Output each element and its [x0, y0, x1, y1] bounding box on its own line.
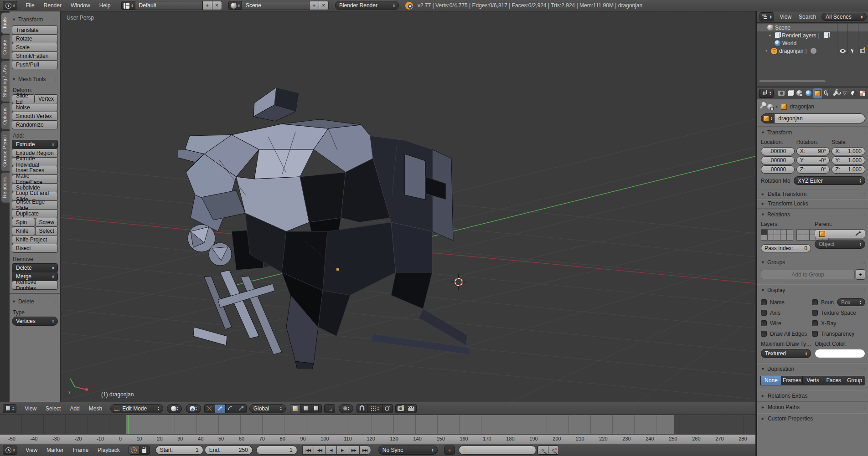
add-to-group-button[interactable]: Add to Group [761, 270, 855, 279]
snap-toggle-button[interactable] [356, 404, 367, 413]
tab-modifiers[interactable] [832, 88, 840, 98]
checkbox[interactable] [812, 310, 818, 316]
pass-index-field[interactable]: Pass Index:0 [761, 244, 811, 252]
tool-button[interactable]: Vertex [35, 94, 58, 103]
tool-button[interactable]: Spin [12, 218, 35, 227]
outliner-row-dragonjan[interactable]: + ▽ dragonjan | ▽ [757, 47, 868, 55]
renderability-camera-icon[interactable] [860, 49, 865, 53]
visibility-eye-icon[interactable] [840, 49, 846, 53]
parent-type-select[interactable]: Object [815, 240, 865, 249]
editor-type-info-button[interactable]: i [3, 1, 17, 10]
collapsed-panel[interactable]: ►Delta Transform∷ [757, 189, 868, 199]
menu-item[interactable]: Select [41, 402, 65, 415]
menu-item[interactable]: File [21, 0, 39, 11]
keying-set-field[interactable] [459, 446, 536, 455]
edge-select-button[interactable] [300, 404, 311, 413]
expand-icon[interactable]: + [767, 33, 773, 38]
pivot-point-select[interactable] [186, 404, 201, 413]
duplication-option[interactable]: Frames [781, 376, 803, 385]
mode-select[interactable]: Edit Mode [110, 404, 163, 413]
playback-button[interactable]: ▶▶ [348, 446, 360, 455]
eyedropper-icon[interactable] [855, 231, 861, 237]
transform-panel-header[interactable]: ▼Transform∷ [761, 128, 865, 137]
playback-button[interactable]: ◀◀ [314, 446, 326, 455]
translate-manipulator-button[interactable] [215, 404, 226, 413]
relations-panel-header[interactable]: ▼Relations∷ [761, 210, 865, 219]
rotation-field[interactable]: Z:0° [796, 165, 830, 174]
tool-menu-button[interactable]: Delete [12, 263, 58, 272]
tool-button[interactable]: Knife [12, 226, 35, 236]
scene-browse-button[interactable] [228, 1, 242, 10]
playback-button[interactable]: ◀ [325, 446, 337, 455]
current-frame-field[interactable]: 1 [256, 446, 297, 455]
tool-button[interactable]: Make Edge/Face [12, 174, 58, 184]
tool-shelf-tab[interactable]: Shading / UVs [1, 61, 10, 102]
checkbox-row[interactable]: Axis [761, 307, 812, 318]
collapsed-panel[interactable]: ►Custom Properties∷ [757, 413, 868, 424]
object-name-field[interactable]: dragonjan [761, 113, 865, 123]
menu-item[interactable]: Window [66, 0, 95, 11]
current-frame-indicator[interactable] [128, 415, 129, 435]
tool-shelf-tab[interactable]: Options [1, 103, 10, 129]
checkbox-row[interactable]: Draw All Edges [761, 328, 812, 339]
collapsed-panel[interactable]: ►Motion Paths∷ [757, 401, 868, 413]
tool-button[interactable]: Screw [35, 218, 58, 227]
scene-name[interactable]: Scene [242, 1, 310, 10]
duplication-panel-header[interactable]: ▼Duplication∷ [761, 364, 865, 374]
face-select-button[interactable] [311, 404, 322, 413]
scale-field[interactable]: X:1.000 [832, 147, 865, 155]
panel-grip-icon[interactable]: ∷ [862, 130, 865, 135]
location-field[interactable]: .00000 [761, 156, 795, 164]
viewport-canvas[interactable]: y User Persp (1) dragonjan ToolsCreateSh… [0, 11, 755, 402]
tab-world[interactable] [804, 88, 813, 98]
bounds-checkbox-row[interactable]: Boun Box [812, 297, 865, 307]
tool-button[interactable]: Rotate [12, 34, 58, 43]
editor-type-properties-button[interactable] [759, 89, 774, 98]
menu-item[interactable]: Playback [93, 444, 124, 456]
tool-button[interactable]: Knife Project [12, 235, 58, 244]
tab-object-data[interactable]: ▽ [840, 88, 849, 98]
screen-layout-button[interactable] [121, 1, 135, 10]
selectability-cursor-icon[interactable] [851, 48, 854, 53]
snap-target-button[interactable] [382, 404, 393, 413]
duplication-option[interactable]: Group [844, 376, 865, 385]
location-field[interactable]: .00000 [761, 165, 795, 174]
tool-button[interactable]: Smooth Vertex [12, 112, 58, 121]
time-toggle-button[interactable] [129, 446, 140, 455]
menu-item[interactable]: Add [65, 402, 84, 415]
render-engine-select[interactable]: Blender Render [335, 1, 399, 10]
close-scene-button[interactable]: × [319, 1, 329, 10]
tab-scene[interactable] [795, 88, 804, 98]
outliner-item-label[interactable]: World [782, 40, 796, 46]
menu-item[interactable]: Mesh [84, 402, 107, 415]
panel-grip-icon[interactable]: ∷ [55, 299, 58, 304]
panel-grip-icon[interactable]: ∷ [55, 17, 58, 22]
parent-object-field[interactable] [815, 229, 865, 238]
tool-button[interactable]: Bisect [12, 244, 58, 253]
mesh-tools-panel-header[interactable]: ▼Mesh Tools∷ [12, 75, 58, 84]
delete-type-select[interactable]: Vertices [12, 317, 58, 326]
expand-icon[interactable]: + [764, 49, 769, 53]
tab-render[interactable] [777, 88, 785, 98]
frame-start-field[interactable]: Start:1 [155, 446, 203, 455]
tool-button[interactable]: Select [35, 226, 58, 236]
playback-button[interactable]: ▶ [336, 446, 348, 455]
tool-button[interactable]: Push/Pull [12, 60, 58, 69]
menu-item[interactable]: Help [95, 0, 115, 11]
layers-grid-left[interactable] [761, 229, 793, 241]
object-color-swatch[interactable] [815, 349, 865, 358]
panel-grip-icon[interactable]: ∷ [862, 201, 865, 206]
menu-item[interactable]: View [20, 402, 41, 415]
rotation-field[interactable]: Y:-0° [796, 156, 830, 164]
editor-type-outliner-button[interactable] [760, 12, 774, 21]
tool-button[interactable]: Randomize [12, 120, 58, 129]
collapsed-panel[interactable]: ►Transform Locks∷ [757, 199, 868, 208]
outliner-item-label[interactable]: Scene [775, 25, 790, 31]
tool-button[interactable]: Noise [12, 103, 58, 112]
max-draw-type-select[interactable]: Textured [761, 349, 811, 358]
close-layout-button[interactable]: × [212, 1, 222, 10]
render-still-button[interactable] [395, 404, 406, 413]
timeline-ruler[interactable]: -50-40-30-20-100102030405060708090100110… [0, 434, 755, 444]
menu-item[interactable]: View [776, 11, 795, 23]
tool-button[interactable]: Shrink/Fatten [12, 51, 58, 61]
